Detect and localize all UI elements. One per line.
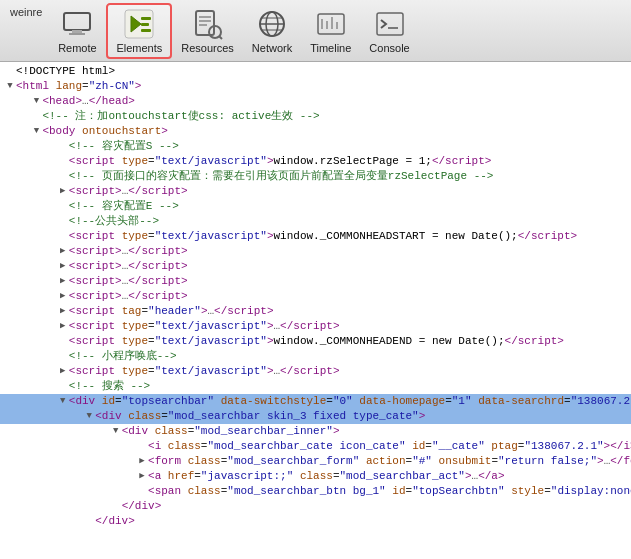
code-line[interactable]: <script tag="header">…</script> (0, 304, 631, 319)
code-content: <script type="text/javascript">window._C… (69, 229, 577, 244)
code-line[interactable]: <script>…</script> (0, 244, 631, 259)
code-line[interactable]: <script>…</script> (0, 274, 631, 289)
expand-triangle[interactable] (57, 304, 69, 319)
code-indent (4, 139, 57, 154)
code-indent (4, 199, 57, 214)
code-indent (4, 499, 110, 514)
weinre-label: weinre (4, 2, 48, 20)
toolbar-item-network[interactable]: Network (243, 3, 301, 59)
svg-rect-0 (64, 13, 90, 30)
code-content: <script type="text/javascript">window._C… (69, 334, 564, 349)
network-label: Network (252, 42, 292, 54)
code-line[interactable]: <div id="topsearchbar" data-switchstyle=… (0, 394, 631, 409)
code-line[interactable]: <!-- 小程序唤底--> (0, 349, 631, 364)
code-content: <div id="topsearchbar" data-switchstyle=… (69, 394, 631, 409)
code-indent (4, 274, 57, 289)
code-line[interactable]: <script type="text/javascript">…</script… (0, 364, 631, 379)
code-line[interactable]: <script type="text/javascript">window.rz… (0, 154, 631, 169)
expand-triangle[interactable] (30, 94, 42, 109)
code-line[interactable]: <form class="mod_searchbar_form" action=… (0, 454, 631, 469)
expand-triangle[interactable] (30, 124, 42, 139)
code-indent (4, 109, 30, 124)
elements-label: Elements (116, 42, 162, 54)
expand-triangle[interactable] (57, 274, 69, 289)
code-area[interactable]: <!DOCTYPE html><html lang="zh-CN"> <head… (0, 62, 631, 559)
code-indent (4, 454, 136, 469)
expand-triangle[interactable] (83, 409, 95, 424)
code-line[interactable]: <!-- 容灾配置S --> (0, 139, 631, 154)
code-line[interactable]: <!DOCTYPE html> (0, 64, 631, 79)
code-line[interactable]: <!-- 页面接口的容灾配置：需要在引用该页面片前配置全局变量rzSelectP… (0, 169, 631, 184)
toolbar: weinre Remote Elements Resources Network… (0, 0, 631, 62)
code-line[interactable]: <html lang="zh-CN"> (0, 79, 631, 94)
toolbar-item-console[interactable]: Console (360, 3, 418, 59)
svg-rect-2 (69, 33, 85, 35)
code-line[interactable]: <body ontouchstart> (0, 124, 631, 139)
svg-rect-1 (72, 30, 82, 33)
code-content: <html lang="zh-CN"> (16, 79, 141, 94)
code-line[interactable]: <div class="mod_searchbar_inner"> (0, 424, 631, 439)
code-line[interactable]: <script>…</script> (0, 259, 631, 274)
expand-triangle[interactable] (136, 454, 148, 469)
code-line[interactable]: <!-- 容灾配置E --> (0, 199, 631, 214)
toolbar-item-remote[interactable]: Remote (48, 3, 106, 59)
code-line[interactable]: <head>…</head> (0, 94, 631, 109)
elements-icon (121, 8, 157, 40)
svg-rect-7 (141, 29, 151, 32)
code-content: <script type="text/javascript">…</script… (69, 319, 340, 334)
expand-triangle[interactable] (57, 244, 69, 259)
expand-triangle[interactable] (136, 469, 148, 484)
code-indent (4, 484, 136, 499)
svg-rect-6 (141, 23, 149, 26)
svg-rect-8 (196, 11, 214, 35)
code-content: <head>…</head> (42, 94, 134, 109)
code-line[interactable]: <!-- 注：加ontouchstart使css: active生效 --> (0, 109, 631, 124)
code-content: <script>…</script> (69, 184, 188, 199)
code-indent (4, 319, 57, 334)
code-line[interactable]: <span class="mod_searchbar_btn bg_1" id=… (0, 484, 631, 499)
expand-triangle[interactable] (4, 79, 16, 94)
code-content: <script>…</script> (69, 289, 188, 304)
code-line[interactable]: </div> (0, 499, 631, 514)
code-indent (4, 409, 83, 424)
expand-triangle[interactable] (57, 394, 69, 409)
code-indent (4, 514, 83, 529)
code-content: <script type="text/javascript">…</script… (69, 364, 340, 379)
svg-rect-24 (377, 13, 403, 35)
code-content: <script type="text/javascript">window.rz… (69, 154, 492, 169)
toolbar-item-elements[interactable]: Elements (106, 3, 172, 59)
code-content: <!DOCTYPE html> (16, 64, 115, 79)
code-line[interactable]: </div> (0, 514, 631, 529)
toolbar-item-resources[interactable]: Resources (172, 3, 243, 59)
expand-triangle[interactable] (57, 259, 69, 274)
expand-triangle[interactable] (57, 184, 69, 199)
code-line[interactable]: <!-- 搜索 --> (0, 379, 631, 394)
expand-triangle[interactable] (57, 364, 69, 379)
remote-icon (59, 8, 95, 40)
code-indent (4, 229, 57, 244)
expand-triangle[interactable] (57, 319, 69, 334)
timeline-label: Timeline (310, 42, 351, 54)
code-line[interactable]: <!--公共头部--> (0, 214, 631, 229)
code-indent (4, 439, 136, 454)
code-indent (4, 214, 57, 229)
code-indent (4, 364, 57, 379)
code-line[interactable]: <script>…</script> (0, 289, 631, 304)
code-content: </div> (122, 499, 162, 514)
code-line[interactable]: <script type="text/javascript">…</script… (0, 319, 631, 334)
code-line[interactable]: <script type="text/javascript">window._C… (0, 334, 631, 349)
code-indent (4, 334, 57, 349)
code-line[interactable]: <script>…</script> (0, 184, 631, 199)
expand-triangle[interactable] (57, 289, 69, 304)
code-line[interactable]: <script type="text/javascript">window._C… (0, 229, 631, 244)
resources-label: Resources (181, 42, 234, 54)
code-line[interactable]: <i class="mod_searchbar_cate icon_cate" … (0, 439, 631, 454)
code-line[interactable]: <a href="javascript:;" class="mod_search… (0, 469, 631, 484)
code-content: <!-- 小程序唤底--> (69, 349, 177, 364)
code-indent (4, 184, 57, 199)
code-line[interactable]: <div class="mod_searchbar skin_3 fixed t… (0, 409, 631, 424)
toolbar-item-timeline[interactable]: Timeline (301, 3, 360, 59)
code-content: <form class="mod_searchbar_form" action=… (148, 454, 631, 469)
expand-triangle[interactable] (110, 424, 122, 439)
svg-rect-5 (141, 17, 151, 20)
